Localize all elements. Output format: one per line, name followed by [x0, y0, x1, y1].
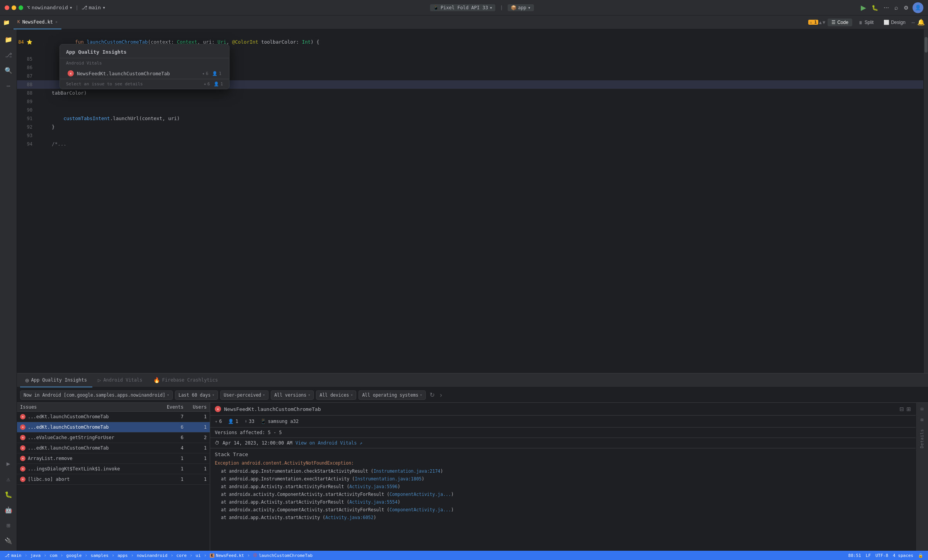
- minimize-button[interactable]: [12, 5, 16, 10]
- breadcrumb-samples[interactable]: samples: [91, 553, 109, 558]
- debug-button[interactable]: 🐛: [870, 3, 880, 12]
- run-target-selector[interactable]: 📦 app ▾: [508, 4, 534, 11]
- breadcrumb-core[interactable]: core: [177, 553, 187, 558]
- filter-icon[interactable]: ⊟: [918, 404, 927, 414]
- project-name[interactable]: ⌥ nowinandroid ▾: [27, 5, 73, 10]
- split-view-button[interactable]: ⫼ Split: [855, 19, 877, 26]
- sidebar-item-find[interactable]: 🔍: [2, 63, 15, 77]
- scrollbar-thumb[interactable]: [925, 37, 928, 53]
- table-icon[interactable]: ⊞: [918, 415, 927, 424]
- maximize-button[interactable]: [19, 5, 23, 10]
- indent-setting[interactable]: 4 spaces: [893, 553, 913, 558]
- user-avatar[interactable]: 👤: [913, 2, 923, 13]
- warning-nav-down[interactable]: ▼: [823, 20, 825, 25]
- devices-filter[interactable]: All devices ▾: [316, 390, 356, 400]
- issue-row-2[interactable]: × ...eValueCache.getStringForUser 6 2: [17, 433, 210, 443]
- git-branch-status[interactable]: ⎇ main: [5, 553, 22, 558]
- code-line-92: 92 }: [17, 123, 928, 131]
- breadcrumb-ui[interactable]: ui: [195, 553, 201, 558]
- project-filter[interactable]: Now in Android [com.google.samples.apps.…: [20, 390, 173, 400]
- issue-row-1[interactable]: × ...edKt.launchCustomChromeTab 6 1: [17, 422, 210, 433]
- os-filter[interactable]: All operating systems ▾: [359, 390, 425, 400]
- stack-link-6[interactable]: Activity.java:6052: [325, 515, 374, 520]
- settings-button[interactable]: ⚙: [902, 3, 910, 12]
- detail-stack[interactable]: Exception android.content.ActivityNotFou…: [210, 459, 916, 551]
- device-selector[interactable]: 📱 Pixel Fold API 33 ▾: [430, 4, 495, 11]
- tab-android-vitals[interactable]: ▷ Android Vitals: [92, 373, 148, 387]
- breadcrumb-com[interactable]: com: [49, 553, 57, 558]
- notifications-icon[interactable]: 🔔: [917, 19, 925, 26]
- detail-filter-button[interactable]: ⊟: [899, 406, 904, 412]
- sidebar-item-bug[interactable]: 🐛: [2, 487, 15, 501]
- issue-row-6[interactable]: × [libc.so] abort 1 1: [17, 474, 210, 485]
- breadcrumb-apps[interactable]: apps: [117, 553, 128, 558]
- editor-scrollbar[interactable]: [923, 29, 928, 373]
- git-push-icon[interactable]: 🔒: [918, 553, 923, 558]
- stack-link-5[interactable]: ComponentActivity.ja...: [389, 507, 451, 512]
- issue-row-4[interactable]: × ArrayList.remove 1 1: [17, 453, 210, 464]
- breadcrumb-nowinandroid[interactable]: nowinandroid: [137, 553, 167, 558]
- issue-events-5: 1: [160, 466, 184, 472]
- sidebar-item-project[interactable]: 📁: [2, 32, 15, 46]
- title-bar-center: ⌥ nowinandroid ▾ | ⎇ main ▾ 📱 Pixel Fold…: [27, 4, 855, 11]
- tab-menu-icon[interactable]: ⋯: [912, 19, 915, 25]
- branch-selector[interactable]: ⎇ main ▾: [82, 5, 105, 10]
- stack-link-3[interactable]: ComponentActivity.ja...: [389, 492, 451, 497]
- period-filter[interactable]: Last 60 days ▾: [175, 390, 218, 400]
- sidebar-item-terminal[interactable]: ⊞: [2, 518, 15, 532]
- code-editor[interactable]: 84 ⭐ fun launchCustomChromeTab(context: …: [17, 29, 928, 373]
- detail-users: 👤 1: [228, 419, 238, 424]
- issue-row-0[interactable]: × ...edKt.launchCustomChromeTab 7 1: [17, 412, 210, 422]
- vitals-link[interactable]: View on Android Vitals ↗: [296, 440, 362, 446]
- tab-newsfeed-kt[interactable]: K NewsFeed.kt ✕: [14, 15, 61, 29]
- line-number-85: 85: [17, 56, 37, 62]
- line-ending[interactable]: LF: [866, 553, 871, 558]
- line-number-91: 91: [17, 116, 37, 121]
- sidebar-item-more[interactable]: ⋯: [2, 79, 15, 93]
- issue-events-4: 1: [160, 456, 184, 461]
- run-button[interactable]: ▶: [859, 2, 868, 14]
- line-number-84: 84 ⭐: [17, 39, 37, 45]
- warning-nav-up[interactable]: ▲: [819, 20, 822, 25]
- sidebar-item-git[interactable]: ⎇: [2, 48, 15, 62]
- issue-error-icon-0: ×: [20, 414, 25, 419]
- expand-button[interactable]: ›: [439, 390, 444, 400]
- breadcrumb-method[interactable]: ⦿ launchCustomChromeTab: [253, 553, 313, 558]
- line-number-92: 92: [17, 124, 37, 130]
- sidebar-item-run[interactable]: ▶: [2, 456, 15, 470]
- detail-meta: ✦ 6 👤 1 ⬇ 33 📱 samsung: [210, 416, 916, 428]
- design-view-button[interactable]: ⬜ Design: [880, 19, 909, 26]
- tab-app-quality-insights[interactable]: ◎ App Quality Insights: [20, 373, 92, 387]
- detail-grid-button[interactable]: ⊞: [906, 406, 911, 412]
- metric-filter[interactable]: User-perceived ▾: [220, 390, 269, 400]
- versions-filter[interactable]: All versions ▾: [271, 390, 314, 400]
- method-icon: ⦿: [253, 553, 257, 558]
- popup-issue-row-1[interactable]: × NewsFeedKt.launchCustomChromeTab ✦ 6 👤…: [61, 68, 228, 79]
- refresh-button[interactable]: ↻: [428, 390, 436, 400]
- sidebar-item-android[interactable]: 🤖: [2, 503, 15, 517]
- encoding[interactable]: UTF-8: [875, 553, 888, 558]
- breadcrumb-java[interactable]: java: [31, 553, 41, 558]
- stack-link-2[interactable]: Activity.java:5596: [349, 484, 398, 489]
- folder-icon[interactable]: 📁: [3, 19, 10, 25]
- issue-row-5[interactable]: × ...ingsDialogKt$TextLink$1.invoke 1 1: [17, 464, 210, 474]
- issue-row-3[interactable]: × ...edKt.launchCustomChromeTab 4 1: [17, 443, 210, 453]
- traffic-lights: [5, 5, 23, 10]
- tab-close-icon[interactable]: ✕: [55, 20, 58, 24]
- status-bar-left: ⎇ main › java › com › google › samples ›…: [5, 553, 845, 558]
- close-button[interactable]: [5, 5, 9, 10]
- more-run-options-button[interactable]: ⋯: [882, 3, 891, 12]
- stack-link-1[interactable]: Instrumentation.java:1805: [355, 476, 422, 482]
- sidebar-item-plugins[interactable]: 🔌: [2, 534, 15, 548]
- cursor-position[interactable]: 88:51: [848, 553, 861, 558]
- sidebar-item-warning[interactable]: ⚠: [2, 472, 15, 486]
- devices-filter-arrow: ▾: [350, 393, 353, 397]
- tab-firebase-crashlytics[interactable]: 🔥 Firebase Crashlytics: [148, 373, 224, 387]
- search-everywhere-button[interactable]: ⌕: [893, 3, 900, 13]
- panel-tabs: ◎ App Quality Insights ▷ Android Vitals …: [17, 373, 928, 387]
- breadcrumb-google[interactable]: google: [66, 553, 82, 558]
- breadcrumb-newsfeed[interactable]: K NewsFeed.kt: [210, 553, 244, 558]
- stack-link-0[interactable]: Instrumentation.java:2174: [374, 468, 440, 474]
- code-view-button[interactable]: ☰ Code: [828, 19, 852, 26]
- stack-link-4[interactable]: Activity.java:5554: [349, 499, 398, 505]
